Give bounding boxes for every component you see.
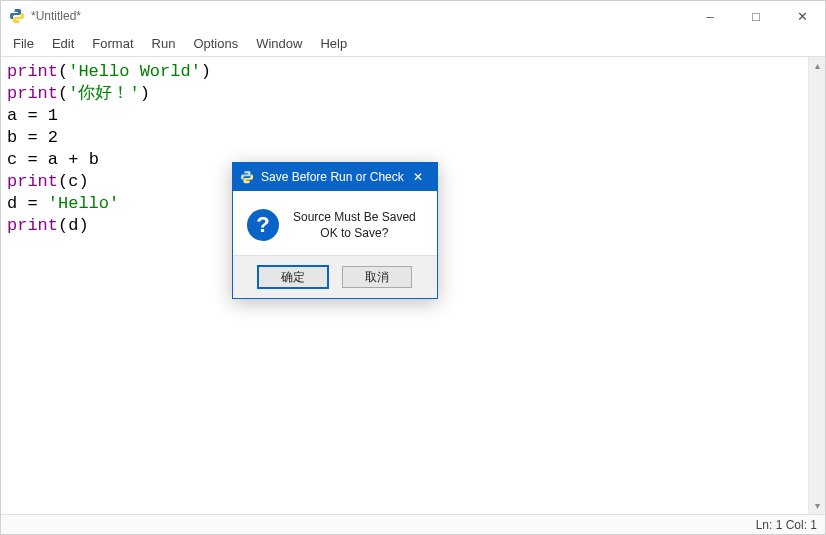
cancel-button[interactable]: 取消 [342,266,412,288]
titlebar: *Untitled* – □ ✕ [1,1,825,31]
dialog-message: Source Must Be Saved OK to Save? [293,209,416,241]
svg-point-0 [14,10,15,11]
minimize-button[interactable]: – [687,1,733,31]
menu-options[interactable]: Options [185,33,246,54]
dialog-message-line1: Source Must Be Saved [293,209,416,225]
dialog-close-button[interactable]: ✕ [405,166,431,188]
menubar: File Edit Format Run Options Window Help [1,31,825,57]
svg-point-1 [19,21,20,22]
minimize-icon: – [706,9,713,24]
dialog-message-line2: OK to Save? [293,225,416,241]
close-button[interactable]: ✕ [779,1,825,31]
python-icon [9,8,25,24]
menu-file[interactable]: File [5,33,42,54]
dialog-title: Save Before Run or Check [261,170,405,184]
menu-help[interactable]: Help [312,33,355,54]
ok-button[interactable]: 确定 [258,266,328,288]
menu-run[interactable]: Run [144,33,184,54]
close-icon: ✕ [797,9,808,24]
dialog-body: ? Source Must Be Saved OK to Save? [233,191,437,255]
menu-edit[interactable]: Edit [44,33,82,54]
question-icon: ? [247,209,279,241]
maximize-button[interactable]: □ [733,1,779,31]
python-icon [239,169,255,185]
cursor-position: Ln: 1 Col: 1 [756,518,817,532]
menu-format[interactable]: Format [84,33,141,54]
save-before-run-dialog: Save Before Run or Check ✕ ? Source Must… [232,162,438,299]
scroll-down-icon[interactable]: ▾ [809,497,826,514]
statusbar: Ln: 1 Col: 1 [1,514,825,534]
dialog-button-row: 确定 取消 [233,255,437,298]
close-icon: ✕ [413,170,423,184]
scroll-up-icon[interactable]: ▴ [809,57,826,74]
dialog-titlebar: Save Before Run or Check ✕ [233,163,437,191]
window-title: *Untitled* [31,9,81,23]
maximize-icon: □ [752,9,760,24]
vertical-scrollbar[interactable]: ▴ ▾ [808,57,825,514]
menu-window[interactable]: Window [248,33,310,54]
